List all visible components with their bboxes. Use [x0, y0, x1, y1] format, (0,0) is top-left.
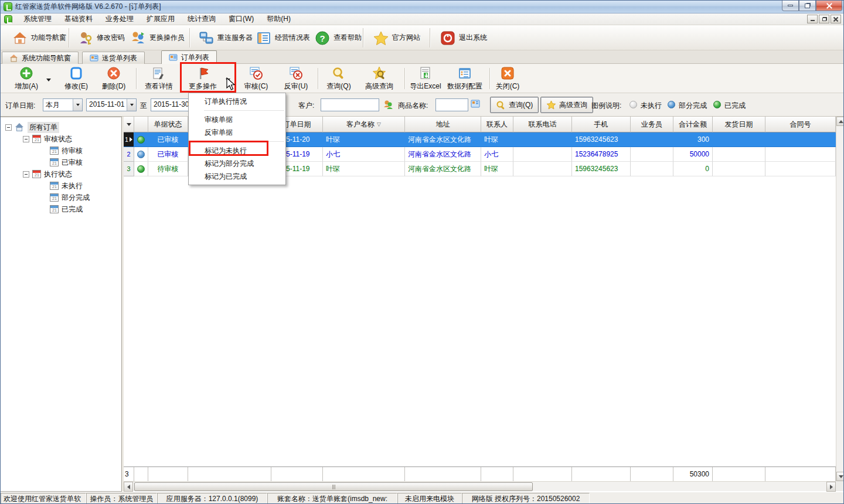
- row-marker[interactable]: 2: [124, 147, 134, 162]
- table-cell[interactable]: 小七: [323, 147, 405, 162]
- date-from-combo[interactable]: 2015-11-01: [86, 98, 137, 111]
- status-dot-cell[interactable]: [134, 147, 148, 162]
- table-cell[interactable]: 小七: [481, 147, 513, 162]
- table-cell[interactable]: 已审核: [148, 132, 188, 147]
- column-header-salesman[interactable]: 业务员: [631, 117, 673, 132]
- row-marker[interactable]: 3: [124, 162, 134, 176]
- delete-button[interactable]: 删除(D): [97, 65, 131, 92]
- menu-item-audit-docs[interactable]: 审核单据: [189, 113, 285, 126]
- column-header-mobile[interactable]: 手机: [572, 117, 631, 132]
- tree-item-audit-status[interactable]: 审核状态: [23, 133, 72, 145]
- close-list-button[interactable]: 关闭(C): [493, 65, 522, 92]
- tab-order-list[interactable]: 订单列表: [161, 50, 217, 64]
- table-cell[interactable]: 15236478925: [572, 147, 631, 162]
- menu-item-mark-not-executed[interactable]: 标记为未执行: [189, 144, 285, 157]
- advanced-query-button[interactable]: 高级查询: [359, 65, 399, 92]
- column-config-button[interactable]: 数据列配置: [444, 65, 486, 92]
- menu-item-mark-completed[interactable]: 标记为已完成: [189, 170, 285, 183]
- status-dot-cell[interactable]: [134, 132, 148, 147]
- column-header-ship-date[interactable]: 发货日期: [713, 117, 765, 132]
- column-header-customer[interactable]: 客户名称▽: [323, 117, 405, 132]
- column-header-phone[interactable]: 联系电话: [513, 117, 572, 132]
- scroll-down-button[interactable]: [836, 472, 844, 481]
- collapse-icon[interactable]: [5, 124, 12, 131]
- column-header-filter[interactable]: [124, 117, 134, 132]
- table-cell[interactable]: [713, 132, 765, 147]
- table-cell[interactable]: [713, 147, 765, 162]
- table-cell[interactable]: [513, 147, 572, 162]
- advanced-query-filter-button[interactable]: 高级查询: [540, 97, 593, 113]
- table-cell[interactable]: [765, 132, 836, 147]
- chevron-down-icon[interactable]: [127, 99, 136, 111]
- product-name-input[interactable]: [435, 98, 468, 111]
- table-cell[interactable]: 15963245623: [572, 162, 631, 176]
- modify-button[interactable]: 修改(E): [59, 65, 93, 92]
- table-cell[interactable]: [631, 147, 673, 162]
- table-cell[interactable]: 河南省金水区文化路: [405, 147, 481, 162]
- business-report-button[interactable]: 经营情况表: [251, 27, 315, 49]
- table-cell[interactable]: 15963245623: [572, 132, 631, 147]
- table-cell[interactable]: 0: [673, 162, 713, 176]
- menu-item-unaudit-docs[interactable]: 反审单据: [189, 126, 285, 139]
- exit-system-button[interactable]: 退出系统: [435, 27, 492, 49]
- table-cell[interactable]: [631, 132, 673, 147]
- date-preset-combo[interactable]: 本月: [43, 98, 83, 111]
- table-cell[interactable]: 300: [673, 132, 713, 147]
- table-cell[interactable]: 叶琛: [323, 162, 405, 176]
- scroll-right-button[interactable]: [826, 482, 836, 492]
- tree-item-completed[interactable]: 已完成: [50, 203, 83, 215]
- reconnect-server-button[interactable]: 重连服务器: [194, 27, 257, 49]
- column-header-address[interactable]: 地址: [405, 117, 481, 132]
- tree-item-not-executed[interactable]: 未执行: [50, 180, 83, 192]
- menu-extensions[interactable]: 扩展应用: [140, 13, 181, 25]
- table-cell[interactable]: 河南省金水区文化路: [405, 132, 481, 147]
- row-marker[interactable]: 1: [124, 132, 134, 147]
- audit-button[interactable]: 审核(C): [239, 65, 274, 92]
- table-cell[interactable]: [765, 162, 836, 176]
- table-cell[interactable]: 已审核: [148, 147, 188, 162]
- official-website-button[interactable]: 官方网站: [369, 27, 425, 49]
- table-cell[interactable]: 叶琛: [481, 132, 513, 147]
- mdi-minimize-button[interactable]: [807, 15, 818, 23]
- customer-input[interactable]: [321, 98, 379, 111]
- tree-item-exec-status[interactable]: 执行状态: [23, 168, 72, 180]
- unaudit-button[interactable]: 反审(U): [280, 65, 312, 92]
- restore-button[interactable]: [799, 1, 816, 11]
- horizontal-scrollbar[interactable]: [124, 481, 836, 491]
- more-actions-button[interactable]: 更多操作: [183, 65, 222, 92]
- mdi-restore-button[interactable]: [819, 15, 829, 23]
- menu-help[interactable]: 帮助(H): [260, 13, 297, 25]
- add-button[interactable]: 增加(A): [10, 65, 43, 92]
- column-header-contract[interactable]: 合同号: [765, 117, 836, 132]
- collapse-icon[interactable]: [23, 136, 29, 142]
- status-dot-cell[interactable]: [134, 162, 148, 176]
- column-header-doc-status[interactable]: 单据状态: [148, 117, 188, 132]
- query-filter-button[interactable]: 查询(Q): [490, 97, 539, 113]
- table-cell[interactable]: 叶琛: [323, 132, 405, 147]
- tab-delivery-list[interactable]: 送货单列表: [82, 52, 145, 64]
- menu-system[interactable]: 系统管理: [17, 13, 58, 25]
- switch-operator-button[interactable]: 更换操作员: [126, 27, 189, 49]
- close-button[interactable]: [816, 1, 842, 11]
- mdi-close-button[interactable]: [831, 15, 841, 23]
- menu-base-data[interactable]: 基础资料: [58, 13, 99, 25]
- table-cell[interactable]: [713, 162, 765, 176]
- view-detail-button[interactable]: 查看详情: [139, 65, 178, 92]
- query-button[interactable]: 查询(Q): [322, 65, 355, 92]
- column-header-amount[interactable]: 合计金额: [673, 117, 713, 132]
- table-cell[interactable]: [513, 162, 572, 176]
- tab-system-nav[interactable]: 系统功能导航窗: [2, 52, 79, 64]
- vertical-scrollbar[interactable]: [836, 117, 844, 481]
- chevron-down-icon[interactable]: [73, 99, 82, 111]
- change-password-button[interactable]: 修改密码: [73, 27, 130, 49]
- export-excel-button[interactable]: 导出Excel: [409, 65, 443, 92]
- add-dropdown-button[interactable]: [44, 65, 53, 92]
- tree-item-partial-complete[interactable]: 部分完成: [50, 192, 90, 203]
- help-button[interactable]: ? 查看帮助: [310, 27, 366, 49]
- table-cell[interactable]: 50000: [673, 147, 713, 162]
- column-header-contact[interactable]: 联系人: [481, 117, 513, 132]
- menu-window[interactable]: 窗口(W): [222, 13, 260, 25]
- menu-item-order-exec-status[interactable]: 订单执行情况: [189, 95, 285, 108]
- scroll-up-button[interactable]: [836, 117, 844, 126]
- table-cell[interactable]: [513, 132, 572, 147]
